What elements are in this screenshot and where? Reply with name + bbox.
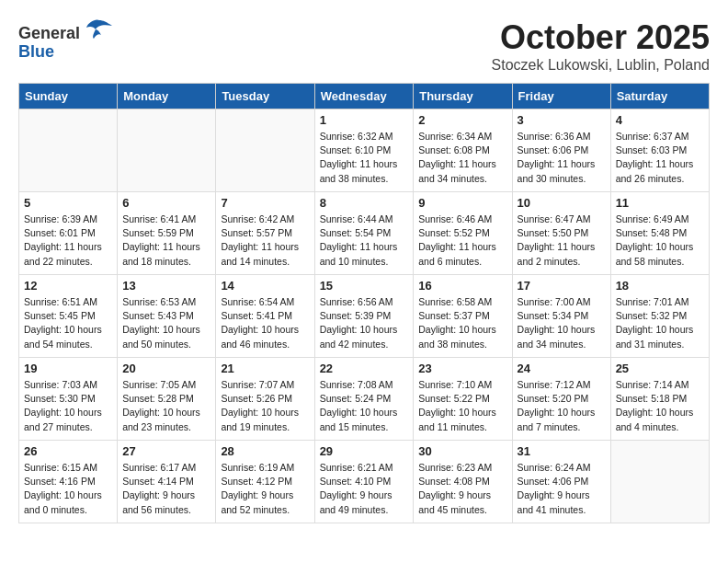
day-number: 12 <box>24 279 112 293</box>
day-info: Sunrise: 7:01 AMSunset: 5:32 PMDaylight:… <box>616 295 704 351</box>
day-number: 15 <box>320 279 409 293</box>
calendar-table: SundayMondayTuesdayWednesdayThursdayFrid… <box>18 83 710 523</box>
day-info: Sunrise: 6:23 AMSunset: 4:08 PMDaylight:… <box>418 461 506 517</box>
calendar-cell <box>19 109 118 192</box>
calendar-cell: 1Sunrise: 6:32 AMSunset: 6:10 PMDaylight… <box>314 109 414 192</box>
day-number: 25 <box>616 362 704 375</box>
day-number: 24 <box>518 362 606 375</box>
month-year-title: October 2025 <box>492 18 710 57</box>
day-info: Sunrise: 6:19 AMSunset: 4:12 PMDaylight:… <box>221 461 309 517</box>
calendar-cell: 23Sunrise: 7:10 AMSunset: 5:22 PMDayligh… <box>414 358 512 441</box>
day-info: Sunrise: 7:03 AMSunset: 5:30 PMDaylight:… <box>24 378 112 434</box>
day-info: Sunrise: 6:34 AMSunset: 6:08 PMDaylight:… <box>418 130 506 186</box>
day-number: 30 <box>418 444 506 458</box>
day-number: 31 <box>518 444 606 458</box>
day-info: Sunrise: 6:53 AMSunset: 5:43 PMDaylight:… <box>122 295 210 351</box>
weekday-header-thursday: Thursday <box>414 84 512 109</box>
logo-general-text: General <box>18 24 80 42</box>
calendar-cell: 12Sunrise: 6:51 AMSunset: 5:45 PMDayligh… <box>19 275 118 358</box>
day-number: 18 <box>616 279 704 293</box>
day-number: 3 <box>518 113 606 127</box>
day-info: Sunrise: 6:44 AMSunset: 5:54 PMDaylight:… <box>320 213 409 269</box>
day-number: 6 <box>122 196 210 210</box>
calendar-cell: 3Sunrise: 6:36 AMSunset: 6:06 PMDaylight… <box>512 109 610 192</box>
calendar-cell <box>118 109 216 192</box>
day-number: 23 <box>418 362 506 375</box>
day-info: Sunrise: 6:32 AMSunset: 6:10 PMDaylight:… <box>320 130 409 186</box>
logo-blue-text: Blue <box>18 42 54 61</box>
calendar-cell: 22Sunrise: 7:08 AMSunset: 5:24 PMDayligh… <box>314 358 414 441</box>
location-subtitle: Stoczek Lukowski, Lublin, Poland <box>492 57 710 74</box>
calendar-cell: 11Sunrise: 6:49 AMSunset: 5:48 PMDayligh… <box>610 192 709 275</box>
day-info: Sunrise: 6:24 AMSunset: 4:06 PMDaylight:… <box>518 461 606 517</box>
day-number: 17 <box>518 279 606 293</box>
calendar-cell <box>610 441 709 523</box>
day-number: 14 <box>221 279 309 293</box>
week-row-3: 12Sunrise: 6:51 AMSunset: 5:45 PMDayligh… <box>19 275 710 358</box>
day-number: 5 <box>24 196 112 210</box>
day-info: Sunrise: 6:42 AMSunset: 5:57 PMDaylight:… <box>221 213 309 269</box>
day-info: Sunrise: 6:21 AMSunset: 4:10 PMDaylight:… <box>320 461 409 517</box>
day-info: Sunrise: 6:17 AMSunset: 4:14 PMDaylight:… <box>122 461 210 517</box>
weekday-header-friday: Friday <box>512 84 610 109</box>
day-info: Sunrise: 7:12 AMSunset: 5:20 PMDaylight:… <box>518 378 606 434</box>
calendar-cell: 4Sunrise: 6:37 AMSunset: 6:03 PMDaylight… <box>610 109 709 192</box>
calendar-cell: 19Sunrise: 7:03 AMSunset: 5:30 PMDayligh… <box>19 358 118 441</box>
day-number: 10 <box>518 196 606 210</box>
day-number: 20 <box>122 362 210 375</box>
calendar-cell: 2Sunrise: 6:34 AMSunset: 6:08 PMDaylight… <box>414 109 512 192</box>
day-number: 22 <box>320 362 409 375</box>
day-number: 21 <box>221 362 309 375</box>
day-number: 7 <box>221 196 309 210</box>
weekday-header-monday: Monday <box>118 84 216 109</box>
calendar-cell: 9Sunrise: 6:46 AMSunset: 5:52 PMDaylight… <box>414 192 512 275</box>
day-number: 4 <box>616 113 704 127</box>
day-info: Sunrise: 7:05 AMSunset: 5:28 PMDaylight:… <box>122 378 210 434</box>
calendar-cell: 6Sunrise: 6:41 AMSunset: 5:59 PMDaylight… <box>118 192 216 275</box>
calendar-cell: 15Sunrise: 6:56 AMSunset: 5:39 PMDayligh… <box>314 275 414 358</box>
weekday-header-sunday: Sunday <box>19 84 118 109</box>
day-number: 19 <box>24 362 112 375</box>
day-number: 28 <box>221 444 309 458</box>
calendar-cell: 13Sunrise: 6:53 AMSunset: 5:43 PMDayligh… <box>118 275 216 358</box>
day-number: 8 <box>320 196 409 210</box>
weekday-header-saturday: Saturday <box>610 84 709 109</box>
day-number: 2 <box>418 113 506 127</box>
logo-bird-icon <box>86 18 112 39</box>
week-row-2: 5Sunrise: 6:39 AMSunset: 6:01 PMDaylight… <box>19 192 710 275</box>
day-info: Sunrise: 6:36 AMSunset: 6:06 PMDaylight:… <box>518 130 606 186</box>
calendar-cell: 10Sunrise: 6:47 AMSunset: 5:50 PMDayligh… <box>512 192 610 275</box>
calendar-cell: 8Sunrise: 6:44 AMSunset: 5:54 PMDaylight… <box>314 192 414 275</box>
logo: General Blue <box>18 18 112 62</box>
day-info: Sunrise: 6:41 AMSunset: 5:59 PMDaylight:… <box>122 213 210 269</box>
day-info: Sunrise: 6:39 AMSunset: 6:01 PMDaylight:… <box>24 213 112 269</box>
day-info: Sunrise: 6:58 AMSunset: 5:37 PMDaylight:… <box>418 295 506 351</box>
day-info: Sunrise: 6:51 AMSunset: 5:45 PMDaylight:… <box>24 295 112 351</box>
calendar-cell: 20Sunrise: 7:05 AMSunset: 5:28 PMDayligh… <box>118 358 216 441</box>
day-number: 9 <box>418 196 506 210</box>
day-info: Sunrise: 7:14 AMSunset: 5:18 PMDaylight:… <box>616 378 704 434</box>
calendar-cell <box>216 109 314 192</box>
calendar-cell: 17Sunrise: 7:00 AMSunset: 5:34 PMDayligh… <box>512 275 610 358</box>
day-number: 1 <box>320 113 409 127</box>
day-info: Sunrise: 6:37 AMSunset: 6:03 PMDaylight:… <box>616 130 704 186</box>
calendar-cell: 30Sunrise: 6:23 AMSunset: 4:08 PMDayligh… <box>414 441 512 523</box>
day-info: Sunrise: 7:00 AMSunset: 5:34 PMDaylight:… <box>518 295 606 351</box>
calendar-header: October 2025 Stoczek Lukowski, Lublin, P… <box>492 18 710 74</box>
calendar-cell: 7Sunrise: 6:42 AMSunset: 5:57 PMDaylight… <box>216 192 314 275</box>
week-row-4: 19Sunrise: 7:03 AMSunset: 5:30 PMDayligh… <box>19 358 710 441</box>
calendar-cell: 21Sunrise: 7:07 AMSunset: 5:26 PMDayligh… <box>216 358 314 441</box>
calendar-cell: 28Sunrise: 6:19 AMSunset: 4:12 PMDayligh… <box>216 441 314 523</box>
calendar-cell: 25Sunrise: 7:14 AMSunset: 5:18 PMDayligh… <box>610 358 709 441</box>
calendar-cell: 27Sunrise: 6:17 AMSunset: 4:14 PMDayligh… <box>118 441 216 523</box>
day-number: 27 <box>122 444 210 458</box>
day-number: 11 <box>616 196 704 210</box>
day-info: Sunrise: 7:07 AMSunset: 5:26 PMDaylight:… <box>221 378 309 434</box>
weekday-header-tuesday: Tuesday <box>216 84 314 109</box>
calendar-cell: 18Sunrise: 7:01 AMSunset: 5:32 PMDayligh… <box>610 275 709 358</box>
calendar-cell: 14Sunrise: 6:54 AMSunset: 5:41 PMDayligh… <box>216 275 314 358</box>
day-info: Sunrise: 7:08 AMSunset: 5:24 PMDaylight:… <box>320 378 409 434</box>
calendar-cell: 29Sunrise: 6:21 AMSunset: 4:10 PMDayligh… <box>314 441 414 523</box>
week-row-5: 26Sunrise: 6:15 AMSunset: 4:16 PMDayligh… <box>19 441 710 523</box>
day-info: Sunrise: 6:47 AMSunset: 5:50 PMDaylight:… <box>518 213 606 269</box>
